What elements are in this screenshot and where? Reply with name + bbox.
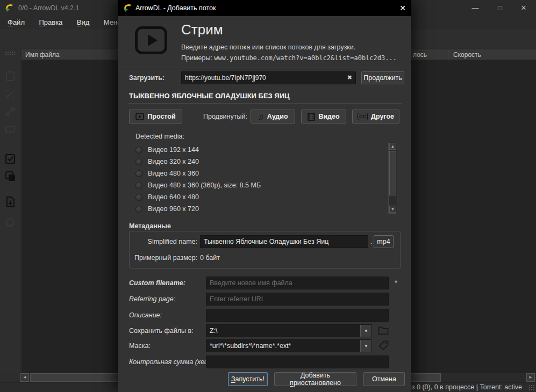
add-stream-dialog: ArrowDL - Добавить поток ✕ Стрим Введите… <box>118 0 411 392</box>
dialog-title: ArrowDL - Добавить поток <box>135 0 216 16</box>
simplified-name-label: Simplified name: <box>134 238 197 245</box>
disabled-tool-icon <box>4 70 17 83</box>
column-separator[interactable] <box>448 50 448 59</box>
disabled-tool-icon <box>4 123 17 136</box>
dialog-close-icon[interactable]: ✕ <box>394 0 411 16</box>
description-label: Описание: <box>129 311 162 319</box>
resize-grip[interactable] <box>528 384 534 390</box>
simple-mode-button[interactable]: Простой <box>129 110 182 124</box>
radio-icon[interactable] <box>135 170 142 177</box>
media-option[interactable]: Видео 480 x 360 <box>135 168 199 179</box>
column-filename[interactable]: Имя файла <box>25 49 60 60</box>
media-list-scrollbar[interactable]: ▲ ▼ <box>388 142 397 214</box>
scroll-right-icon[interactable]: ► <box>526 373 535 382</box>
left-toolbar <box>0 48 20 373</box>
continue-button[interactable]: Продолжить <box>361 71 404 84</box>
media-option[interactable]: Видео 320 x 240 <box>135 156 199 167</box>
metadata-group-title: Метаданные <box>129 222 171 230</box>
save-path-combo[interactable]: Z:\ ▼ <box>206 324 372 337</box>
radio-icon[interactable] <box>135 147 142 154</box>
scroll-down-icon[interactable]: ▼ <box>389 206 396 213</box>
custom-filename-input[interactable] <box>206 277 389 289</box>
referring-page-input[interactable] <box>206 293 389 306</box>
combo-arrow-icon[interactable]: ▼ <box>360 325 371 337</box>
menu-file[interactable]: Файл <box>2 16 31 29</box>
column-remaining[interactable]: лось <box>413 49 427 60</box>
media-option[interactable]: Видео 480 x 360 (360p), size: 8.5 МБ <box>135 180 261 191</box>
media-scroll-thumb[interactable] <box>389 151 396 195</box>
advanced-label: Продвинутый: <box>203 113 247 120</box>
stream-badge-icon <box>134 26 168 55</box>
stream-url-input[interactable] <box>181 71 356 84</box>
description-input[interactable] <box>206 309 389 322</box>
stream-title: ТЫКВЕННО ЯБЛОЧНЫЕ ОЛАДУШКИ БЕЗ ЯИЦ <box>129 92 290 100</box>
download-file-icon[interactable] <box>4 195 17 208</box>
menu-edit[interactable]: Правка <box>33 16 68 29</box>
disabled-tool-icon <box>4 88 17 100</box>
media-option[interactable]: Видео 192 x 144 <box>135 144 199 155</box>
dialog-heading: Стрим <box>181 21 223 38</box>
media-option[interactable]: Видео 640 x 480 <box>135 192 199 202</box>
checksum-input[interactable] <box>206 355 389 368</box>
simplified-name-input[interactable] <box>200 235 368 248</box>
mask-combo[interactable]: *url*\*subdirs*\*name*.*ext* ▼ <box>206 339 372 352</box>
status-text: 0 из 0 (0), 0 в процессе | Torrent: acti… <box>402 383 522 392</box>
film-icon <box>308 113 315 121</box>
menu-view[interactable]: Вид <box>71 16 96 29</box>
radio-icon[interactable] <box>135 158 142 165</box>
column-speed[interactable]: Скорость <box>453 49 481 60</box>
disabled-tool-icon <box>4 105 17 118</box>
select-all-icon[interactable] <box>4 153 17 165</box>
scroll-left-icon[interactable]: ◄ <box>20 373 29 382</box>
folder-icon[interactable] <box>378 325 389 335</box>
other-button[interactable]: CC Другое <box>352 110 399 124</box>
separator <box>128 103 402 104</box>
checksum-label: Контрольная сумма (хеш): <box>129 358 214 366</box>
close-icon[interactable]: ✕ <box>511 0 536 16</box>
referring-page-label: Referring page: <box>129 295 175 303</box>
dialog-titlebar: ArrowDL - Добавить поток ✕ <box>118 0 411 16</box>
copy-icon[interactable] <box>4 170 17 183</box>
radio-icon[interactable] <box>135 194 142 201</box>
minimize-icon[interactable]: — <box>463 0 488 16</box>
sidebar-drag-handle[interactable] <box>5 51 16 55</box>
maximize-icon[interactable]: □ <box>488 0 512 16</box>
scroll-up-icon[interactable]: ▲ <box>389 143 396 150</box>
radio-icon[interactable] <box>135 182 142 189</box>
arrowdl-logo-icon <box>5 4 14 12</box>
combo-arrow-icon[interactable]: ▼ <box>360 340 371 352</box>
media-option[interactable]: Видео 960 x 720 <box>135 204 199 214</box>
start-button[interactable]: Запустить! <box>228 372 268 386</box>
add-paused-button[interactable]: Добавить приостановлено <box>274 372 356 386</box>
video-button[interactable]: Видео <box>301 110 346 124</box>
dot-separator: . <box>370 238 372 245</box>
audio-button[interactable]: ♫ Аудио <box>251 110 295 124</box>
separator <box>118 68 411 68</box>
chevron-down-icon[interactable]: ▼ <box>394 279 398 285</box>
save-path-label: Сохранить файлы в: <box>129 327 194 335</box>
main-window-title: 0/0 - ArrowDL v4.2.1 <box>18 0 79 16</box>
detected-media-label: Detected media: <box>135 133 184 140</box>
tag-icon[interactable] <box>378 340 389 351</box>
custom-filename-label: Custom filename: <box>129 279 185 287</box>
url-field-wrap: ✖ <box>181 71 356 84</box>
estimated-size-value: 0 байт <box>200 254 220 262</box>
download-label: Загрузить: <box>129 74 165 82</box>
music-note-icon: ♫ <box>258 112 263 121</box>
cc-icon: CC <box>358 113 368 120</box>
extension-field[interactable]: mp4 <box>374 235 394 248</box>
disabled-tool-icon <box>4 216 17 229</box>
mask-label: Маска: <box>129 342 151 350</box>
cancel-button[interactable]: Отмена <box>363 372 405 386</box>
dialog-subtitle: Введите адрес потока или список потоков … <box>181 43 355 51</box>
estimated-size-label: Примерный размер: <box>134 254 197 262</box>
app-screen: 0/0 - ArrowDL v4.2.1 — □ ✕ Файл Правка В… <box>0 0 536 392</box>
play-icon <box>135 113 144 120</box>
example-url: www.youtube.com/watch?v=a0blc2&list=a0bl… <box>214 54 397 62</box>
radio-icon[interactable] <box>135 206 142 213</box>
dialog-examples: Примеры: www.youtube.com/watch?v=a0blc2&… <box>181 54 397 62</box>
arrowdl-logo-icon <box>124 4 132 12</box>
clear-url-icon[interactable]: ✖ <box>347 74 352 81</box>
